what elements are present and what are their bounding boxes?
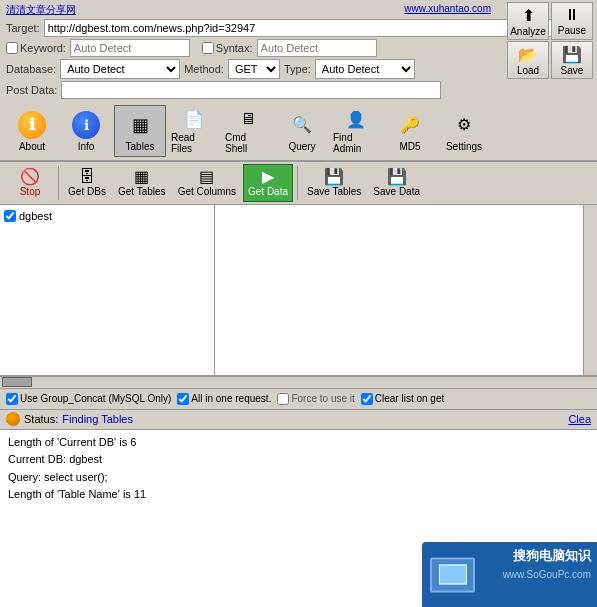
info-button[interactable]: ℹ Info bbox=[60, 105, 112, 157]
save-data-icon: 💾 bbox=[387, 169, 407, 185]
query-button[interactable]: 🔍 Query bbox=[276, 105, 328, 157]
database-label: Database: bbox=[6, 63, 56, 75]
tree-item-dgbest[interactable]: dgbest bbox=[4, 209, 210, 223]
stop-button[interactable]: 🚫 Stop bbox=[6, 164, 54, 202]
clear-list-checkbox[interactable] bbox=[361, 393, 373, 405]
clear-button[interactable]: Clea bbox=[568, 413, 591, 425]
log-line-5: Query: select user(); bbox=[8, 469, 589, 487]
settings-icon: ⚙ bbox=[450, 111, 478, 139]
syntax-label: Syntax: bbox=[216, 42, 253, 54]
use-group-concat-checkbox[interactable] bbox=[6, 393, 18, 405]
save-data-button[interactable]: 💾 Save Data bbox=[368, 164, 425, 202]
use-group-concat-label[interactable]: Use Group_Concat (MySQL Only) bbox=[6, 393, 171, 405]
get-data-button[interactable]: ▶ Get Data bbox=[243, 164, 293, 202]
keyword-checkbox[interactable] bbox=[6, 42, 18, 54]
scrollbar-thumb[interactable] bbox=[2, 377, 32, 387]
horizontal-scrollbar[interactable] bbox=[0, 376, 597, 388]
pause-button[interactable]: ⏸ Pause bbox=[551, 2, 593, 40]
watermark-title: 搜狗电脑知识 bbox=[513, 546, 591, 567]
db-method-type-row: Database: Auto Detect Method: GET POST T… bbox=[4, 58, 593, 80]
save-icon: 💾 bbox=[562, 45, 582, 64]
md5-button[interactable]: 🔑 MD5 bbox=[384, 105, 436, 157]
tree-item-checkbox[interactable] bbox=[4, 210, 16, 222]
log-area: Length of 'Current DB' is 6 Current DB: … bbox=[0, 430, 597, 608]
postdata-input[interactable] bbox=[61, 81, 441, 99]
watermark-right: www.xuhantao.com bbox=[404, 3, 491, 17]
syntax-input[interactable] bbox=[257, 39, 377, 57]
type-select[interactable]: Auto Detect bbox=[315, 59, 415, 79]
status-icon bbox=[6, 412, 20, 426]
md5-icon: 🔑 bbox=[396, 111, 424, 139]
target-label: Target: bbox=[6, 22, 40, 34]
log-line-7: Length of 'Table Name' is 11 bbox=[8, 486, 589, 504]
stop-icon: 🚫 bbox=[20, 169, 40, 185]
syntax-checkbox[interactable] bbox=[202, 42, 214, 54]
get-data-icon: ▶ bbox=[262, 169, 274, 185]
get-dbs-icon: 🗄 bbox=[79, 169, 95, 185]
load-button[interactable]: 📂 Load bbox=[507, 41, 549, 79]
right-scrollbar[interactable] bbox=[583, 205, 597, 375]
postdata-row: Post Data: bbox=[4, 80, 593, 100]
load-icon: 📂 bbox=[518, 45, 538, 64]
keyword-label: Keyword: bbox=[20, 42, 66, 54]
app-window: 清清文章分享网 www.xuhantao.com Target: Keyword… bbox=[0, 0, 597, 607]
right-panel[interactable] bbox=[215, 205, 597, 375]
left-panel[interactable]: dgbest bbox=[0, 205, 215, 375]
sub-toolbar: 🚫 Stop 🗄 Get DBs ▦ Get Tables ▤ Get Colu… bbox=[0, 162, 597, 205]
cmd-shell-button[interactable]: 🖥 Cmd Shell bbox=[222, 105, 274, 157]
get-columns-icon: ▤ bbox=[199, 169, 214, 185]
tree-item-label: dgbest bbox=[19, 210, 52, 222]
watermark-monitor-icon bbox=[430, 557, 475, 592]
get-columns-button[interactable]: ▤ Get Columns bbox=[173, 164, 241, 202]
bottom-watermark: 搜狗电脑知识 www.SoGouPc.com bbox=[422, 542, 597, 607]
find-admin-button[interactable]: 👤 Find Admin bbox=[330, 105, 382, 157]
about-button[interactable]: ℹ About bbox=[6, 105, 58, 157]
log-line-3: Current DB: dgbest bbox=[8, 451, 589, 469]
find-admin-icon: 👤 bbox=[342, 108, 370, 130]
keyword-input[interactable] bbox=[70, 39, 190, 57]
get-tables-button[interactable]: ▦ Get Tables bbox=[113, 164, 171, 202]
all-in-one-label[interactable]: All in one request. bbox=[177, 393, 271, 405]
status-bar: Status: Finding Tables Clea bbox=[0, 410, 597, 430]
info-icon: ℹ bbox=[72, 111, 100, 139]
analyze-button[interactable]: ⬆ Analyze bbox=[507, 2, 549, 40]
force-use-label[interactable]: Force to use it bbox=[277, 393, 354, 405]
clear-list-label[interactable]: Clear list on get bbox=[361, 393, 444, 405]
watermark-url: www.SoGouPc.com bbox=[503, 567, 591, 583]
target-row: Target: bbox=[4, 18, 593, 38]
divider-2 bbox=[297, 166, 298, 200]
keyword-syntax-row: Keyword: Syntax: bbox=[4, 38, 593, 58]
read-files-button[interactable]: 📄 Read Files bbox=[168, 105, 220, 157]
syntax-checkbox-label[interactable]: Syntax: bbox=[202, 42, 253, 54]
watermark-row: 清清文章分享网 www.xuhantao.com bbox=[4, 2, 593, 18]
method-select[interactable]: GET POST bbox=[228, 59, 280, 79]
options-bar: Use Group_Concat (MySQL Only) All in one… bbox=[0, 388, 597, 410]
get-tables-icon: ▦ bbox=[134, 169, 149, 185]
keyword-checkbox-label[interactable]: Keyword: bbox=[6, 42, 66, 54]
divider-1 bbox=[58, 166, 59, 200]
watermark-screen bbox=[439, 565, 467, 585]
status-value: Finding Tables bbox=[62, 413, 133, 425]
save-tables-button[interactable]: 💾 Save Tables bbox=[302, 164, 366, 202]
pause-icon: ⏸ bbox=[564, 6, 580, 24]
watermark-left: 清清文章分享网 bbox=[6, 3, 76, 17]
postdata-label: Post Data: bbox=[6, 84, 57, 96]
get-dbs-button[interactable]: 🗄 Get DBs bbox=[63, 164, 111, 202]
top-section: 清清文章分享网 www.xuhantao.com Target: Keyword… bbox=[0, 0, 597, 102]
load-save-row: 📂 Load 💾 Save bbox=[507, 41, 593, 79]
log-line-1: Length of 'Current DB' is 6 bbox=[8, 434, 589, 452]
settings-button[interactable]: ⚙ Settings bbox=[438, 105, 490, 157]
type-label: Type: bbox=[284, 63, 311, 75]
tables-icon: ▦ bbox=[126, 111, 154, 139]
force-use-checkbox[interactable] bbox=[277, 393, 289, 405]
tables-button[interactable]: ▦ Tables bbox=[114, 105, 166, 157]
status-label: Status: bbox=[24, 413, 58, 425]
main-content: dgbest bbox=[0, 205, 597, 376]
cmd-shell-icon: 🖥 bbox=[234, 108, 262, 130]
analyze-pause-row: ⬆ Analyze ⏸ Pause bbox=[507, 2, 593, 40]
database-select[interactable]: Auto Detect bbox=[60, 59, 180, 79]
about-icon: ℹ bbox=[18, 111, 46, 139]
all-in-one-checkbox[interactable] bbox=[177, 393, 189, 405]
method-label: Method: bbox=[184, 63, 224, 75]
save-button[interactable]: 💾 Save bbox=[551, 41, 593, 79]
